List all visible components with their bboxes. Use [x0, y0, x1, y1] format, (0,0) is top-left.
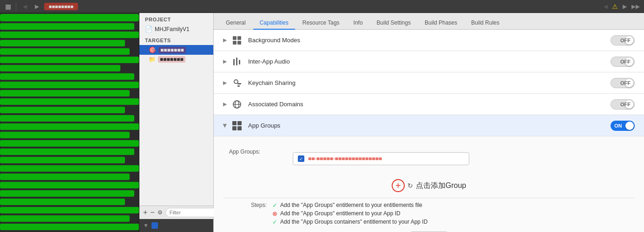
keychain-sharing-toggle[interactable]: OFF: [611, 78, 635, 88]
step-1-check: ✓: [272, 202, 277, 209]
keychain-sharing-arrow[interactable]: ▶: [223, 80, 227, 86]
sidebar-file-19[interactable]: [0, 165, 139, 174]
sidebar-file-10[interactable]: [0, 90, 139, 98]
app-groups-on-label: ON: [614, 123, 622, 129]
sidebar-file-18[interactable]: [0, 157, 139, 165]
sidebar-file-16[interactable]: [0, 140, 139, 148]
sidebar-file-2[interactable]: [0, 23, 139, 32]
inter-app-audio-off-label: OFF: [620, 59, 631, 64]
target-secondary-name: ■■■■■■■: [158, 56, 185, 63]
sidebar-file-22[interactable]: [0, 190, 139, 199]
sidebar-file-6[interactable]: [0, 57, 139, 65]
nav-remove-button[interactable]: −: [150, 208, 154, 217]
keychain-sharing-name: Keychain Sharing: [248, 79, 611, 86]
nav-forward-button[interactable]: ▶: [32, 2, 41, 11]
svg-rect-2: [233, 41, 237, 45]
svg-rect-6: [239, 60, 240, 64]
sidebar-file-4[interactable]: [0, 40, 139, 48]
sidebar-file-9[interactable]: [0, 82, 139, 90]
project-icon: 📄: [145, 26, 152, 32]
capability-app-groups[interactable]: ▶ App Groups ON: [214, 115, 644, 136]
add-group-button[interactable]: +: [392, 179, 405, 192]
svg-rect-4: [233, 59, 235, 65]
svg-rect-1: [237, 36, 241, 40]
background-modes-arrow[interactable]: ▶: [223, 37, 227, 43]
sidebar-file-24[interactable]: [0, 207, 139, 215]
sidebar-file-13[interactable]: [0, 115, 139, 123]
sidebar-file-3[interactable]: [0, 32, 139, 40]
tab-resource-tags[interactable]: Resource Tags: [296, 17, 346, 30]
step-3-check: ✓: [272, 219, 277, 226]
tab-capabilities[interactable]: Capabilities: [253, 17, 295, 30]
add-group-row: + ↻ 点击添加Group: [223, 174, 635, 198]
add-group-text: 点击添加Group: [416, 181, 466, 191]
tab-build-settings[interactable]: Build Settings: [370, 17, 417, 30]
capability-background-modes[interactable]: ▶ Background Modes OFF: [214, 30, 644, 51]
file-tab[interactable]: ■■■■■■■■: [44, 3, 78, 10]
svg-rect-16: [237, 126, 242, 130]
main-layout: PROJECT 📄 MHJFamilyV1 TARGETS 🎯 ■■■■■■■ …: [0, 13, 644, 232]
sidebar-file-12[interactable]: [0, 107, 139, 115]
inter-app-audio-arrow[interactable]: ▶: [223, 58, 227, 64]
app-group-label-1: ■■ ■■■■■ ■■■■■■■■■■■■■■: [308, 155, 382, 162]
step-item-1: ✓ Add the "App Groups" entitlement to yo…: [272, 202, 427, 209]
associated-domains-arrow[interactable]: ▶: [223, 101, 227, 107]
associated-domains-toggle[interactable]: OFF: [611, 99, 635, 110]
nav-panel: PROJECT 📄 MHJFamilyV1 TARGETS 🎯 ■■■■■■■ …: [139, 13, 214, 232]
background-modes-off-label: OFF: [620, 38, 631, 43]
nav-target-active[interactable]: 🎯 ■■■■■■■: [139, 45, 213, 55]
left-sidebar: [0, 13, 139, 232]
step-2-error: ⊗: [272, 210, 277, 217]
sidebar-file-21[interactable]: [0, 182, 139, 190]
capability-keychain-sharing[interactable]: ▶ Keychain Sharing OFF: [214, 72, 644, 94]
step-1-text: Add the "App Groups" entitlement to your…: [280, 202, 422, 208]
sidebar-file-5[interactable]: [0, 48, 139, 57]
sidebar-file-20[interactable]: [0, 174, 139, 182]
app-groups-name: App Groups: [248, 122, 611, 129]
svg-point-7: [234, 80, 238, 84]
tab-general[interactable]: General: [219, 17, 252, 30]
inter-app-audio-name: Inter-App Audio: [248, 58, 611, 65]
toolbar-btn-3[interactable]: ▶▶: [631, 2, 640, 11]
nav-debug-bar: ▼: [139, 219, 213, 232]
target-active-name: ■■■■■■■: [158, 47, 186, 53]
inter-app-audio-toggle[interactable]: OFF: [611, 57, 635, 67]
sidebar-file-15[interactable]: [0, 132, 139, 140]
top-toolbar: ▦ ◀ ▶ ■■■■■■■■ ◀ ⚠ ▶ ▶▶: [0, 0, 644, 13]
associated-domains-name: Associated Domains: [248, 101, 611, 108]
sidebar-file-17[interactable]: [0, 148, 139, 157]
capabilities-content: ▶ Background Modes OFF ▶: [214, 30, 644, 232]
app-group-list: ✓ ■■ ■■■■■ ■■■■■■■■■■■■■■: [293, 152, 469, 165]
nav-back-button[interactable]: ◀: [20, 2, 29, 11]
tab-build-phases[interactable]: Build Phases: [418, 17, 464, 30]
nav-target-secondary[interactable]: 📁 ■■■■■■■: [139, 55, 213, 64]
app-group-checkbox-1[interactable]: ✓: [298, 155, 304, 162]
sidebar-file-8[interactable]: [0, 73, 139, 82]
background-modes-toggle[interactable]: OFF: [611, 35, 635, 45]
toolbar-btn-2[interactable]: ▶: [620, 2, 629, 11]
app-group-item-1[interactable]: ✓ ■■ ■■■■■ ■■■■■■■■■■■■■■: [293, 153, 469, 165]
sidebar-file-11[interactable]: [0, 98, 139, 107]
refresh-button[interactable]: ↻: [407, 182, 413, 189]
svg-rect-15: [232, 126, 237, 130]
app-groups-expanded: App Groups: ✓ ■■ ■■■■■ ■■■■■■■■■■■■■■ + …: [214, 136, 644, 232]
toolbar-btn-1[interactable]: ◀: [601, 2, 610, 11]
nav-add-button[interactable]: +: [143, 208, 147, 217]
sidebar-file-7[interactable]: [0, 65, 139, 73]
capability-inter-app-audio[interactable]: ▶ Inter-App Audio OFF: [214, 51, 644, 72]
sidebar-content: [0, 13, 139, 217]
associated-domains-off-label: OFF: [620, 102, 631, 107]
tab-build-rules[interactable]: Build Rules: [465, 17, 506, 30]
app-groups-arrow[interactable]: ▶: [222, 124, 228, 128]
step-2-text: Add the "App Groups" entitlement to your…: [280, 210, 401, 217]
sidebar-file-23[interactable]: [0, 199, 139, 207]
sidebar-file-14[interactable]: [0, 123, 139, 132]
step-3-text: Add the "App Groups containers" entitlem…: [280, 219, 427, 225]
capability-associated-domains[interactable]: ▶ Associated Domains OFF: [214, 94, 644, 115]
sidebar-toggle-icon[interactable]: ▦: [4, 2, 12, 11]
sidebar-file-1[interactable]: [0, 15, 139, 23]
app-groups-icon: [230, 119, 243, 132]
tab-info[interactable]: Info: [347, 17, 369, 30]
nav-project-item[interactable]: 📄 MHJFamilyV1: [139, 24, 213, 34]
app-groups-toggle[interactable]: ON: [611, 121, 635, 131]
